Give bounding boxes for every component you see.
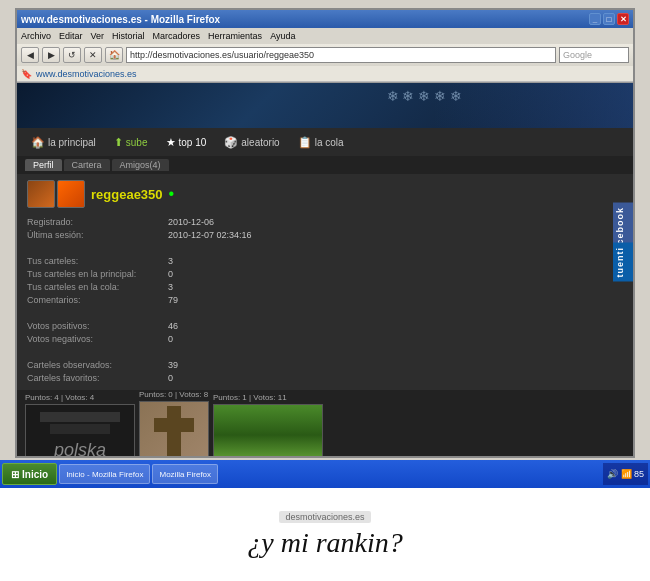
spacer1 — [27, 242, 167, 254]
start-button[interactable]: ⊞ Inicio — [2, 463, 57, 485]
avatar-2 — [57, 180, 85, 208]
thumbnail-3: Puntos: 1 | Votos: 11 — [213, 393, 323, 458]
profile-tabs: Perfil Cartera Amigos(4) — [17, 156, 633, 174]
site-header: ❄ ❄ ❄ ❄ ❄ — [17, 83, 633, 128]
principal-icon: 🏠 — [31, 136, 45, 149]
reload-button[interactable]: ↺ — [63, 47, 81, 63]
spacer2 — [27, 307, 167, 319]
posters-cola-label: Tus carteles en la cola: — [27, 281, 167, 293]
nav-principal[interactable]: 🏠 la principal — [25, 134, 102, 151]
browser-title: www.desmotivaciones.es - Mozilla Firefox — [21, 14, 220, 25]
taskbar: ⊞ Inicio Inicio - Mozilla Firefox Mozill… — [0, 460, 650, 488]
comments-label: Comentarios: — [27, 294, 167, 306]
registered-label: Registrado: — [27, 216, 167, 228]
browser-toolbar: ◀ ▶ ↺ ✕ 🏠 http://desmotivaciones.es/usua… — [17, 44, 633, 66]
watermark: desmotivaciones.es — [279, 511, 370, 523]
forward-button[interactable]: ▶ — [42, 47, 60, 63]
thumb-img-2[interactable] — [139, 401, 209, 458]
sube-icon: ⬆ — [114, 136, 123, 149]
green-field-image — [214, 405, 322, 458]
tuenti-widget[interactable]: tuenti — [613, 243, 633, 282]
profile-content: reggeae350 • Registrado: 2010-12-06 Últi… — [17, 174, 633, 390]
window-controls: _ □ ✕ — [589, 13, 629, 25]
positive-votes-value: 46 — [168, 320, 623, 332]
posters-value: 3 — [168, 255, 623, 267]
favorites-label: Carteles favoritos: — [27, 372, 167, 384]
favorites-value: 0 — [168, 372, 623, 384]
thumb-score-2: Puntos: 0 | Votos: 8 — [139, 390, 209, 399]
nav-sube[interactable]: ⬆ sube — [108, 134, 154, 151]
avatar-area — [27, 180, 85, 208]
taskbar-tray: 🔊 📶 85 — [603, 463, 648, 485]
menu-bar: Archivo Editar Ver Historial Marcadores … — [17, 28, 633, 44]
posters-label: Tus carteles: — [27, 255, 167, 267]
tab-cartera[interactable]: Cartera — [64, 159, 110, 171]
comments-value: 79 — [168, 294, 623, 306]
top10-icon: ★ — [166, 136, 176, 149]
address-bar[interactable]: http://desmotivaciones.es/usuario/reggea… — [126, 47, 556, 63]
cross-decoration — [154, 406, 194, 458]
thumbnail-1: Puntos: 4 | Votos: 4 polska — [25, 393, 135, 458]
menu-ver[interactable]: Ver — [91, 31, 105, 41]
thumb-img-1[interactable]: polska — [25, 404, 135, 458]
tab-perfil[interactable]: Perfil — [25, 159, 62, 171]
negative-votes-value: 0 — [168, 333, 623, 345]
tab-amigos[interactable]: Amigos(4) — [112, 159, 169, 171]
bookmarks-bar: 🔖 www.desmotivaciones.es — [17, 66, 633, 82]
avatar — [27, 180, 55, 208]
registered-value: 2010-12-06 — [168, 216, 623, 228]
thumb-score-1: Puntos: 4 | Votos: 4 — [25, 393, 135, 402]
menu-marcadores[interactable]: Marcadores — [153, 31, 201, 41]
profile-header: reggeae350 • — [27, 180, 623, 208]
last-session-label: Última sesión: — [27, 229, 167, 241]
close-button[interactable]: ✕ — [617, 13, 629, 25]
posters-principal-value: 0 — [168, 268, 623, 280]
online-indicator: • — [169, 185, 175, 203]
last-session-value: 2010-12-07 02:34:16 — [168, 229, 623, 241]
tray-icons: 🔊 📶 — [607, 469, 632, 479]
observed-label: Carteles observados: — [27, 359, 167, 371]
tray-time: 85 — [634, 469, 644, 479]
menu-historial[interactable]: Historial — [112, 31, 145, 41]
username: reggeae350 — [91, 187, 163, 202]
nav-aleatorio[interactable]: 🎲 aleatorio — [218, 134, 285, 151]
caption-area: desmotivaciones.es ¿y mi rankin? — [0, 488, 650, 581]
aleatorio-icon: 🎲 — [224, 136, 238, 149]
back-button[interactable]: ◀ — [21, 47, 39, 63]
minimize-button[interactable]: _ — [589, 13, 601, 25]
profile-stats: Registrado: 2010-12-06 Última sesión: 20… — [27, 216, 623, 384]
site-nav: 🏠 la principal ⬆ sube ★ top 10 🎲 aleator… — [17, 128, 633, 156]
observed-value: 39 — [168, 359, 623, 371]
menu-herramientas[interactable]: Herramientas — [208, 31, 262, 41]
menu-archivo[interactable]: Archivo — [21, 31, 51, 41]
bookmark-item[interactable]: www.desmotivaciones.es — [36, 69, 137, 79]
stop-button[interactable]: ✕ — [84, 47, 102, 63]
thumbnail-2: Puntos: 0 | Votos: 8 — [139, 390, 209, 458]
taskbar-firefox-1[interactable]: Inicio - Mozilla Firefox — [59, 464, 150, 484]
nav-top10[interactable]: ★ top 10 — [160, 134, 213, 151]
spacer3 — [27, 346, 167, 358]
website-content: ❄ ❄ ❄ ❄ ❄ 🏠 la principal ⬆ sube ★ top 10… — [17, 83, 633, 458]
thumb-score-3: Puntos: 1 | Votos: 11 — [213, 393, 323, 402]
menu-editar[interactable]: Editar — [59, 31, 83, 41]
home-button[interactable]: 🏠 — [105, 47, 123, 63]
cola-icon: 📋 — [298, 136, 312, 149]
search-bar[interactable]: Google — [559, 47, 629, 63]
taskbar-firefox-2[interactable]: Mozilla Firefox — [152, 464, 218, 484]
nav-cola[interactable]: 📋 la cola — [292, 134, 350, 151]
negative-votes-label: Votos negativos: — [27, 333, 167, 345]
main-caption: ¿y mi rankin? — [247, 527, 403, 559]
menu-ayuda[interactable]: Ayuda — [270, 31, 295, 41]
posters-principal-label: Tus carteles en la principal: — [27, 268, 167, 280]
thumbnails-row: Puntos: 4 | Votos: 4 polska Puntos: 0 | … — [17, 390, 633, 458]
posters-cola-value: 3 — [168, 281, 623, 293]
thumb-img-3[interactable] — [213, 404, 323, 458]
positive-votes-label: Votos positivos: — [27, 320, 167, 332]
browser-titlebar: www.desmotivaciones.es - Mozilla Firefox… — [17, 10, 633, 28]
browser-window: www.desmotivaciones.es - Mozilla Firefox… — [15, 8, 635, 458]
maximize-button[interactable]: □ — [603, 13, 615, 25]
windows-logo: ⊞ — [11, 469, 19, 480]
